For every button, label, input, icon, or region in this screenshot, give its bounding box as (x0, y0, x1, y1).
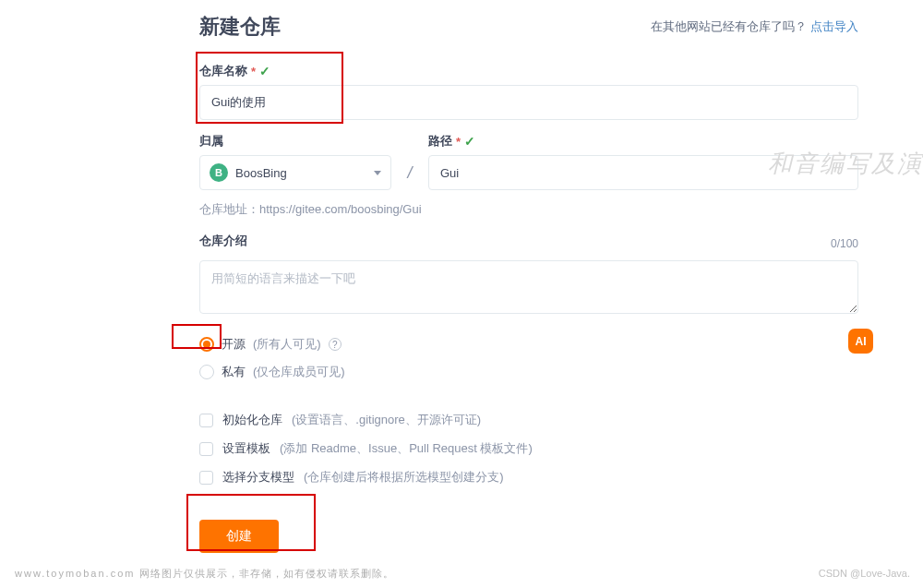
checkbox-init[interactable] (199, 414, 213, 427)
import-prompt-text: 在其他网站已经有仓库了吗？ (651, 19, 807, 33)
branch-label: 选择分支模型 (222, 469, 294, 486)
check-icon: ✓ (464, 134, 475, 149)
checkbox-template[interactable] (199, 442, 213, 456)
public-label: 开源 (222, 336, 246, 353)
public-hint: (所有人可见) (253, 336, 321, 353)
required-asterisk: * (251, 65, 256, 78)
repo-name-input[interactable] (199, 85, 858, 120)
init-hint: (设置语言、.gitignore、开源许可证) (292, 412, 481, 428)
owner-select[interactable]: B BoosBing (199, 155, 391, 190)
repo-url-hint: 仓库地址：https://gitee.com/boosbing/Gui (199, 201, 858, 218)
private-label: 私有 (222, 364, 246, 380)
description-textarea[interactable] (199, 260, 858, 314)
import-prompt: 在其他网站已经有仓库了吗？ 点击导入 (651, 18, 858, 35)
description-label: 仓库介绍 (199, 233, 247, 249)
path-input[interactable] (428, 155, 858, 190)
footer-left: www.toymoban.com 网络图片仅供展示，非存储，如有侵权请联系删除。 (15, 567, 394, 581)
check-icon: ✓ (259, 64, 270, 78)
branch-hint: (仓库创建后将根据所选模型创建分支) (304, 469, 504, 486)
repo-name-label: 仓库名称 * ✓ (199, 63, 858, 79)
owner-name: BoosBing (235, 166, 374, 180)
template-hint: (添加 Readme、Issue、Pull Request 模板文件) (280, 440, 533, 457)
radio-public[interactable] (199, 337, 214, 352)
checkbox-branch[interactable] (199, 471, 213, 485)
import-link[interactable]: 点击导入 (810, 19, 858, 33)
create-button[interactable]: 创建 (199, 520, 279, 553)
footer-right: CSDN @Love-Java. (819, 568, 910, 579)
owner-label: 归属 (199, 133, 391, 150)
char-counter: 0/100 (831, 237, 858, 250)
path-separator: / (404, 163, 415, 190)
ai-badge[interactable]: AI (848, 329, 873, 354)
chevron-down-icon (374, 171, 381, 175)
help-icon[interactable]: ? (329, 338, 342, 351)
private-hint: (仅仓库成员可见) (253, 364, 345, 380)
avatar: B (210, 163, 228, 182)
path-label: 路径 * ✓ (428, 133, 858, 150)
radio-private[interactable] (199, 365, 214, 379)
required-asterisk: * (456, 135, 461, 149)
template-label: 设置模板 (222, 440, 270, 457)
init-label: 初始化仓库 (222, 412, 282, 428)
page-title: 新建仓库 (199, 13, 281, 41)
